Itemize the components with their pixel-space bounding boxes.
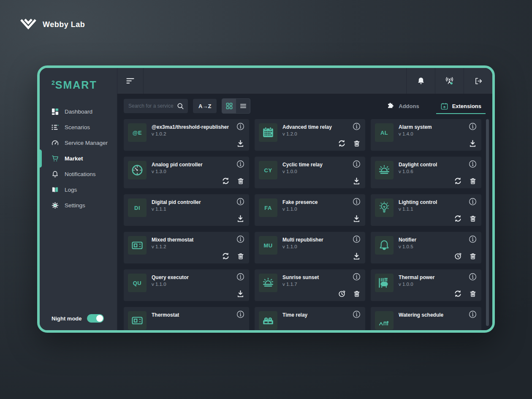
extension-card: Sunrise sunsetv 1.1.7 — [255, 269, 365, 301]
trash-icon[interactable] — [469, 177, 477, 185]
card-title: Advanced time relay — [282, 123, 345, 130]
sort-lines-button[interactable] — [117, 68, 144, 94]
sidebar-item-market[interactable]: Market — [40, 151, 117, 166]
brand-logo: Webby Lab — [19, 18, 85, 31]
info-icon[interactable] — [236, 122, 244, 130]
refresh-icon[interactable] — [222, 252, 230, 260]
info-icon[interactable] — [353, 122, 361, 130]
info-icon[interactable] — [236, 235, 244, 243]
sort-az-button[interactable]: A→Z — [193, 99, 217, 113]
info-icon[interactable] — [469, 235, 477, 243]
info-icon[interactable] — [469, 198, 477, 206]
grid-view-icon — [226, 103, 233, 109]
download-icon[interactable] — [236, 290, 244, 298]
card-title: Sunrise sunset — [282, 274, 345, 280]
clock-history-icon[interactable] — [454, 252, 462, 260]
avatar-letters: DI — [134, 205, 140, 211]
logout-button[interactable] — [464, 68, 492, 94]
search-icon[interactable] — [177, 103, 184, 110]
content-area: A→Z — [117, 94, 492, 330]
topbar — [117, 68, 492, 94]
card-version: v 1.2.0 — [282, 131, 360, 136]
tab-extensions[interactable]: Extensions — [440, 102, 481, 110]
clock-history-icon[interactable] — [338, 290, 346, 298]
info-icon[interactable] — [469, 160, 477, 168]
info-icon[interactable] — [353, 310, 361, 318]
card-title: Query executor — [152, 274, 229, 280]
sidebar-item-logs[interactable]: Logs — [40, 182, 117, 198]
letter-avatar: DI — [128, 198, 147, 217]
info-icon[interactable] — [469, 122, 477, 130]
thermostat-icon — [131, 239, 144, 252]
service-manager-gauge-icon — [52, 139, 59, 147]
refresh-icon[interactable] — [222, 177, 230, 185]
trash-icon[interactable] — [353, 140, 361, 147]
sidebar-item-scenarios[interactable]: Scenarios — [40, 119, 117, 135]
card-version: v 1.1.1 — [399, 206, 476, 212]
download-icon[interactable] — [236, 139, 244, 147]
info-icon[interactable] — [469, 310, 477, 318]
download-icon[interactable] — [353, 252, 361, 260]
trash-icon[interactable] — [353, 290, 361, 298]
refresh-icon[interactable] — [454, 214, 462, 223]
trash-icon[interactable] — [469, 215, 477, 223]
trash-icon[interactable] — [237, 252, 244, 260]
trash-icon[interactable] — [237, 177, 244, 185]
info-icon[interactable] — [236, 160, 244, 168]
refresh-icon[interactable] — [454, 177, 462, 185]
extension-card: ALAlarm systemv 1.4.0 — [371, 119, 481, 151]
sidebar-item-label: Market — [65, 155, 83, 162]
list-view-button[interactable] — [236, 99, 250, 113]
refresh-icon[interactable] — [338, 139, 346, 147]
info-icon[interactable] — [236, 273, 244, 281]
info-icon[interactable] — [353, 235, 361, 243]
card-title: Multi republisher — [282, 236, 345, 243]
card-actions — [454, 214, 477, 223]
card-title: Notifier — [399, 236, 461, 243]
sidebar-item-dashboard[interactable]: Dashboard — [40, 104, 117, 119]
night-mode-toggle[interactable] — [87, 314, 104, 323]
search-input[interactable] — [128, 103, 177, 109]
app-logo-text: SMART — [55, 79, 97, 91]
download-icon[interactable] — [353, 214, 361, 223]
info-icon[interactable] — [236, 198, 244, 206]
bell-avatar-icon — [378, 239, 391, 252]
card-actions — [236, 139, 244, 147]
gauge-icon — [131, 164, 144, 176]
card-version: v 1.3.0 — [152, 169, 244, 174]
trash-icon[interactable] — [469, 252, 477, 260]
download-icon[interactable] — [236, 214, 244, 223]
extension-card: Mixed thermostatv 1.1.2 — [124, 232, 249, 263]
card-title: @ex3ma1/threshold-republisher — [152, 123, 229, 130]
broker-status-button[interactable] — [435, 68, 464, 94]
info-icon[interactable] — [236, 310, 244, 318]
download-icon[interactable] — [469, 139, 477, 147]
cards-grid: @E@ex3ma1/threshold-republisherv 1.0.2Ad… — [124, 119, 481, 330]
download-icon[interactable] — [353, 177, 361, 185]
info-icon[interactable] — [353, 160, 361, 168]
sidebar-item-service-manager[interactable]: Service Manager — [40, 135, 117, 151]
extension-card: Thermostat — [124, 307, 249, 330]
app-logo: 2SMART — [40, 68, 117, 91]
sidebar-item-notifications[interactable]: Notifications — [40, 166, 117, 182]
tab-extensions-label: Extensions — [452, 103, 481, 109]
card-actions — [353, 177, 361, 185]
extension-card: Daylight controlv 1.0.6 — [371, 157, 481, 188]
avatar-letters: CY — [264, 167, 272, 174]
webbylab-mark-icon — [19, 18, 37, 31]
info-icon[interactable] — [353, 198, 361, 206]
card-actions — [454, 252, 477, 260]
info-icon[interactable] — [353, 273, 361, 281]
info-icon[interactable] — [469, 273, 477, 281]
refresh-icon[interactable] — [454, 290, 462, 298]
notifications-button[interactable] — [406, 68, 435, 94]
letter-avatar: @E — [128, 123, 147, 142]
tab-addons[interactable]: Addons — [387, 102, 419, 110]
card-title: Fake presence — [282, 198, 345, 205]
scrollbar[interactable] — [486, 119, 489, 326]
grid-view-button[interactable] — [222, 99, 236, 113]
trash-icon[interactable] — [469, 290, 477, 298]
card-title: Cyclic time relay — [282, 161, 345, 168]
search-box — [124, 99, 188, 113]
sidebar-item-settings[interactable]: Settings — [40, 198, 117, 213]
